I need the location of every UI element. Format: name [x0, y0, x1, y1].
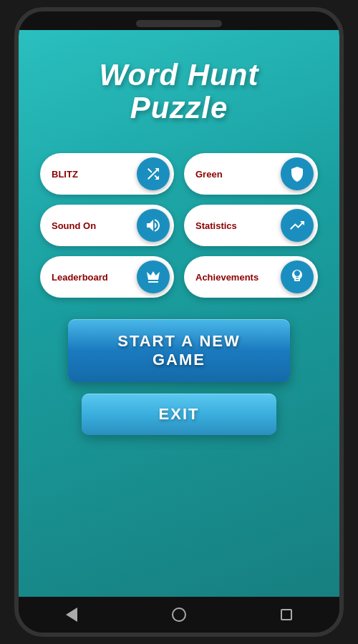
phone-screen: Word Hunt Puzzle BLITZ Green	[19, 30, 339, 597]
shield-icon	[281, 157, 314, 190]
exit-button[interactable]: EXIT	[82, 394, 276, 435]
medal-icon	[281, 260, 314, 293]
action-buttons: START A NEW GAME EXIT	[40, 319, 318, 435]
nav-home-icon[interactable]	[172, 608, 186, 622]
app-title: Word Hunt Puzzle	[100, 59, 259, 125]
start-new-game-button[interactable]: START A NEW GAME	[68, 319, 290, 382]
menu-item-sound[interactable]: Sound On	[40, 205, 174, 246]
nav-recent-icon[interactable]	[281, 609, 292, 620]
sound-label: Sound On	[52, 220, 137, 231]
shuffle-icon	[137, 157, 170, 190]
achievements-label: Achievements	[195, 272, 281, 283]
phone-frame: Word Hunt Puzzle BLITZ Green	[14, 7, 344, 637]
statistics-label: Statistics	[195, 220, 281, 231]
sound-icon	[137, 209, 170, 242]
green-label: Green	[195, 169, 281, 180]
menu-item-blitz[interactable]: BLITZ	[40, 153, 174, 195]
blitz-label: BLITZ	[52, 169, 137, 180]
nav-back-icon[interactable]	[66, 608, 77, 622]
phone-nav-bar	[19, 597, 339, 633]
leaderboard-label: Leaderboard	[52, 272, 137, 283]
menu-item-statistics[interactable]: Statistics	[184, 205, 318, 246]
menu-item-green[interactable]: Green	[184, 153, 318, 195]
phone-speaker	[136, 20, 222, 27]
menu-item-leaderboard[interactable]: Leaderboard	[40, 256, 174, 298]
chart-icon	[281, 209, 314, 242]
crown-icon	[137, 260, 170, 293]
menu-item-achievements[interactable]: Achievements	[184, 256, 318, 298]
menu-grid: BLITZ Green Sound On	[40, 153, 318, 298]
